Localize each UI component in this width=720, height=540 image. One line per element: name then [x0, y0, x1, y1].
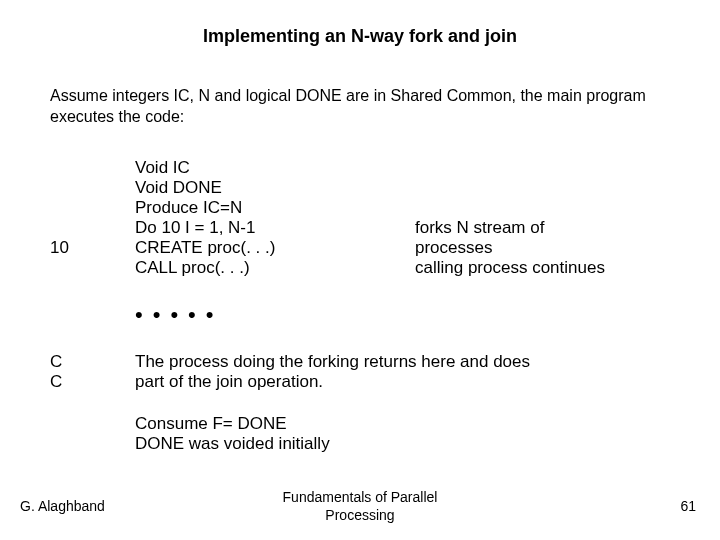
code-text: Produce IC=N — [135, 198, 415, 218]
row-label — [50, 218, 135, 238]
code-note: forks N stream of — [415, 218, 680, 238]
code-text: Void DONE — [135, 178, 415, 198]
comment-block: C C The process doing the forking return… — [50, 352, 680, 392]
bottom-block: Consume F= DONE DONE was voided initiall… — [135, 414, 680, 454]
row-label — [50, 158, 135, 178]
code-note — [415, 158, 680, 178]
ellipsis-dots: ••••• — [135, 302, 680, 328]
comment-label-c: C — [50, 352, 135, 372]
code-note — [415, 198, 680, 218]
code-row-4: Do 10 I = 1, N-1 forks N stream of — [50, 218, 680, 238]
code-note: calling process continues — [415, 258, 680, 278]
code-row-5: 10 CREATE proc(. . .) processes — [50, 238, 680, 258]
footer-title: Fundamentals of Parallel Processing — [0, 489, 720, 524]
row-label — [50, 258, 135, 278]
row-label — [50, 198, 135, 218]
bottom-line: DONE was voided initially — [135, 434, 680, 454]
comment-label-c: C — [50, 372, 135, 392]
footer-title-line2: Processing — [325, 507, 394, 523]
footer-page-number: 61 — [680, 498, 696, 514]
code-block: Void IC Void DONE Produce IC=N Do 10 I =… — [50, 158, 680, 454]
code-row-1: Void IC — [50, 158, 680, 178]
code-row-6: CALL proc(. . .) calling process continu… — [50, 258, 680, 278]
comment-text: The process doing the forking returns he… — [135, 352, 530, 392]
comment-line: part of the join operation. — [135, 372, 530, 392]
comment-labels: C C — [50, 352, 135, 392]
code-note — [415, 178, 680, 198]
code-text: Do 10 I = 1, N-1 — [135, 218, 415, 238]
slide: Implementing an N-way fork and join Assu… — [0, 0, 720, 540]
row-label — [50, 178, 135, 198]
comment-line: The process doing the forking returns he… — [135, 352, 530, 372]
code-note: processes — [415, 238, 680, 258]
bottom-line: Consume F= DONE — [135, 414, 680, 434]
code-text: CREATE proc(. . .) — [135, 238, 415, 258]
footer-title-line1: Fundamentals of Parallel — [283, 489, 438, 505]
slide-title: Implementing an N-way fork and join — [0, 26, 720, 47]
code-text: CALL proc(. . .) — [135, 258, 415, 278]
code-text: Void IC — [135, 158, 415, 178]
row-label-10: 10 — [50, 238, 135, 258]
intro-text: Assume integers IC, N and logical DONE a… — [50, 86, 680, 128]
code-row-3: Produce IC=N — [50, 198, 680, 218]
code-row-2: Void DONE — [50, 178, 680, 198]
